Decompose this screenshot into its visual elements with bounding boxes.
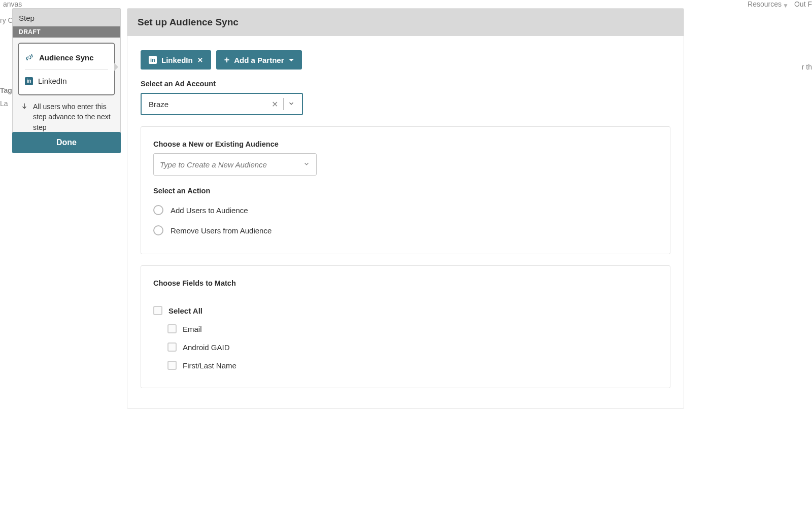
radio-add-label: Add Users to Audience — [171, 206, 248, 215]
main-panel: Set up Audience Sync in LinkedIn ✕ + Add… — [127, 8, 684, 409]
step-panel-title: Step — [13, 9, 120, 26]
bg-text: anvas — [3, 0, 22, 8]
audience-combobox[interactable] — [153, 153, 317, 176]
add-partner-button[interactable]: + Add a Partner — [216, 50, 302, 70]
advance-info: All users who enter this step advance to… — [18, 95, 115, 132]
close-icon[interactable]: ✕ — [197, 56, 203, 64]
checkbox-icon[interactable] — [167, 361, 177, 370]
clear-icon[interactable]: ✕ — [268, 99, 281, 109]
chevron-down-icon[interactable] — [303, 160, 310, 169]
step-card-partner-row: in LinkedIn — [25, 75, 108, 87]
step-panel-body: Audience Sync in LinkedIn All users who … — [13, 38, 120, 139]
field-label-email: Email — [183, 325, 202, 333]
advance-text: All users who enter this step advance to… — [33, 101, 112, 132]
linkedin-icon: in — [149, 56, 157, 64]
divider — [25, 69, 108, 70]
field-label-name: First/Last Name — [183, 361, 236, 370]
ad-account-select[interactable]: Braze ✕ — [141, 93, 303, 115]
select-all-row[interactable]: Select All — [153, 301, 658, 320]
caret-down-icon: ▼ — [783, 2, 789, 9]
fields-card: Choose Fields to Match Select All Email … — [141, 265, 670, 388]
partner-row: in LinkedIn ✕ + Add a Partner — [141, 50, 670, 70]
main-body: in LinkedIn ✕ + Add a Partner Select an … — [127, 36, 684, 408]
partner-chip-label: LinkedIn — [161, 56, 193, 64]
ad-account-label: Select an Ad Account — [141, 80, 670, 88]
step-panel: Step DRAFT Audience Sync in LinkedIn — [12, 8, 121, 139]
field-row-android-gaid[interactable]: Android GAID — [167, 338, 658, 356]
bg-resources: Resources — [748, 0, 782, 8]
step-card-partner: LinkedIn — [38, 77, 67, 85]
field-row-email[interactable]: Email — [167, 320, 658, 338]
radio-remove-label: Remove Users from Audience — [171, 226, 272, 235]
choose-audience-label: Choose a New or Existing Audience — [153, 140, 658, 148]
radio-icon[interactable] — [153, 205, 163, 215]
select-action-label: Select an Action — [153, 187, 658, 195]
separator — [283, 98, 284, 110]
choose-fields-label: Choose Fields to Match — [153, 279, 658, 287]
action-radio-group: Select an Action Add Users to Audience R… — [153, 187, 658, 241]
ad-account-value: Braze — [149, 100, 268, 109]
step-card[interactable]: Audience Sync in LinkedIn — [18, 43, 115, 95]
draft-badge: DRAFT — [13, 26, 120, 38]
field-row-name[interactable]: First/Last Name — [167, 356, 658, 374]
arrow-down-icon — [21, 102, 28, 110]
select-all-label: Select All — [168, 306, 202, 315]
chevron-down-icon[interactable] — [286, 100, 297, 109]
add-partner-label: Add a Partner — [234, 56, 284, 64]
checkbox-icon[interactable] — [167, 324, 177, 333]
done-button[interactable]: Done — [12, 132, 121, 153]
plus-icon: + — [224, 55, 230, 64]
step-card-title-row: Audience Sync — [25, 51, 108, 64]
audience-card: Choose a New or Existing Audience Select… — [141, 126, 670, 254]
main-title: Set up Audience Sync — [127, 9, 684, 36]
radio-remove-users[interactable]: Remove Users from Audience — [153, 220, 658, 241]
step-card-title: Audience Sync — [39, 53, 94, 62]
bg-text: r th — [802, 63, 812, 71]
bg-text: ry C — [0, 16, 13, 24]
radio-add-users[interactable]: Add Users to Audience — [153, 200, 658, 220]
audience-input[interactable] — [160, 160, 303, 169]
radio-icon[interactable] — [153, 225, 163, 235]
audience-sync-icon — [25, 53, 34, 62]
checkbox-icon[interactable] — [167, 342, 177, 352]
caret-down-icon — [289, 59, 294, 61]
bg-text: La — [0, 99, 8, 108]
linkedin-icon: in — [25, 77, 33, 85]
field-label-android-gaid: Android GAID — [183, 343, 230, 352]
bg-text: Out F — [794, 0, 812, 8]
partner-chip-linkedin[interactable]: in LinkedIn ✕ — [141, 50, 211, 70]
checkbox-icon[interactable] — [153, 306, 162, 315]
svg-point-0 — [28, 56, 31, 59]
